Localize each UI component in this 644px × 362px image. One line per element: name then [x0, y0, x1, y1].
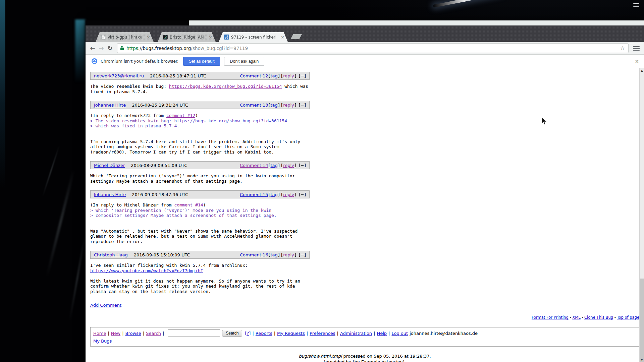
footer-link-new[interactable]: New: [111, 331, 120, 336]
comment-tag-link[interactable]: tag: [271, 192, 278, 197]
footer-link-search[interactable]: Search: [146, 331, 161, 336]
set-as-default-button[interactable]: Set as default: [183, 57, 220, 66]
bookmark-star-icon[interactable]: ☆: [620, 45, 626, 51]
comment-body-link[interactable]: comment #12: [166, 113, 195, 118]
action-link-clone-this-bug[interactable]: Clone This Bug: [584, 315, 613, 320]
scroll-up-arrow[interactable]: ▲: [640, 68, 644, 73]
action-link-format-for-printing[interactable]: Format For Printing: [532, 315, 569, 320]
reload-button[interactable]: ↻: [106, 44, 114, 53]
bracket: [: [268, 163, 270, 168]
comment-tag-link[interactable]: tag: [271, 163, 278, 168]
footer-link-browse[interactable]: Browse: [125, 331, 141, 336]
scrollbar-thumb[interactable]: [640, 279, 644, 362]
comment-tag-link[interactable]: tag: [271, 252, 278, 257]
comment-number-link[interactable]: Comment 16: [240, 252, 268, 257]
forward-button[interactable]: →: [97, 44, 106, 53]
new-tab-button[interactable]: [290, 34, 302, 39]
comment-number-link[interactable]: Comment 12: [240, 73, 268, 78]
search-help-link[interactable]: [?]: [245, 331, 251, 336]
comment-block: Johannes Hirte2016-09-03 18:47:36 UTCCom…: [90, 190, 310, 244]
browser-toolbar: ← → ↻ https://bugs.freedesktop.org/show_…: [86, 42, 644, 55]
action-link-top-of-page[interactable]: Top of page: [617, 315, 639, 320]
comment-header-right: Comment 13[tag] [reply] [−]: [239, 103, 306, 108]
comment-collapse-toggle[interactable]: [−]: [298, 252, 306, 257]
processed-footer: bug/show.html.tmpl processed on Sep 05, …: [90, 353, 639, 362]
tab-virtio-gpu[interactable]: virtio-gpu | kraxel's ne ×: [96, 32, 154, 42]
comment-reply-link[interactable]: reply: [283, 103, 294, 108]
comment-date: 2016-08-29 09:51:09 UTC: [131, 163, 187, 168]
comment-body: (In reply to Michel Dänzer from comment …: [90, 202, 310, 244]
comment-text-line: (radeon/r600). Tomorrow I can try if I c…: [90, 149, 310, 155]
footer-link-administration[interactable]: Administration: [340, 331, 372, 336]
add-comment-link[interactable]: Add Comment: [90, 303, 121, 308]
tab-close-icon[interactable]: ×: [280, 35, 285, 40]
comment-body-link[interactable]: https://www.youtube.com/watch?v=EnzI7dmj…: [90, 268, 203, 273]
tab-close-icon[interactable]: ×: [208, 35, 213, 40]
dont-ask-again-button[interactable]: Don't ask again: [224, 57, 264, 66]
comment-author-link[interactable]: Michel Dänzer: [94, 163, 125, 168]
comment-text: reproduce the error.: [90, 239, 143, 244]
comment-text-line: settings? Maybe attach a screenshot of t…: [90, 179, 310, 184]
comment-header-right: Comment 12[tag] [reply] [−]: [239, 73, 306, 78]
comment-reply-link[interactable]: reply: [283, 163, 294, 168]
comment-text: > Which 'Tearing prevention ("vsync")' m…: [90, 208, 271, 213]
comment-text-line: reproduce the error.: [90, 239, 310, 244]
page-scrollbar[interactable]: ▲ ▼: [639, 68, 644, 362]
comment-text: plasma can stay on the latest release ve…: [90, 289, 211, 294]
comment-text: ): [195, 113, 198, 118]
comment-collapse-toggle[interactable]: [−]: [298, 192, 306, 197]
comment-author-link[interactable]: network723@rkmail.ru: [94, 73, 144, 78]
wallpaper-streak: [46, 169, 75, 277]
comment-body-link[interactable]: https://bugs.kde.org/show_bug.cgi?id=361…: [174, 118, 287, 123]
comment-collapse-toggle[interactable]: [−]: [298, 163, 306, 168]
comment-body-link[interactable]: comment #14: [174, 202, 203, 207]
comment-reply-link[interactable]: reply: [283, 192, 294, 197]
comment-author-link[interactable]: Johannes Hirte: [94, 103, 126, 108]
comment-number-link[interactable]: Comment 14: [240, 163, 268, 168]
tab-bristol-ridge[interactable]: Bristol Ridge: AMD ve ×: [158, 32, 216, 42]
wallpaper-streak: [42, 145, 60, 196]
tab-close-icon[interactable]: ×: [146, 35, 151, 40]
back-button[interactable]: ←: [88, 44, 97, 53]
browser-menu-icon[interactable]: [633, 45, 640, 51]
bracket: ]: [278, 73, 281, 78]
footer-link-log-out[interactable]: Log out: [392, 331, 408, 336]
infobar-close-icon[interactable]: ×: [635, 58, 639, 65]
wallpaper-comet-streak: [433, 0, 503, 8]
comment-text-line: https://www.youtube.com/watch?v=EnzI7dmj…: [90, 268, 310, 274]
comment-author-link[interactable]: Johannes Hirte: [94, 192, 126, 197]
panel-menu-icon[interactable]: [633, 2, 640, 8]
scroll-down-arrow[interactable]: ▼: [640, 357, 644, 362]
action-link-xml[interactable]: XML: [572, 315, 580, 320]
comment-reply-link[interactable]: reply: [283, 73, 294, 78]
comment-date: 2016-08-25 19:31:24 UTC: [132, 103, 188, 108]
quick-search-button[interactable]: Search: [222, 330, 242, 337]
comment-tag-link[interactable]: tag: [271, 103, 278, 108]
comment-text: affecting amdgpu systems like Carrizo. I…: [90, 144, 279, 149]
footer-link-reports[interactable]: Reports: [256, 331, 272, 336]
footer-link-help[interactable]: Help: [377, 331, 387, 336]
comment-text: (In reply to Michel Dänzer from: [90, 202, 174, 207]
tab-bug-97119[interactable]: 97119 – screen flickeri ×: [219, 32, 288, 42]
default-browser-infobar: Chromium isn't your default browser. Set…: [86, 55, 644, 68]
footer-link-preferences[interactable]: Preferences: [310, 331, 335, 336]
quick-search-input[interactable]: [168, 329, 220, 337]
page-icon: [101, 35, 106, 40]
comment-text: fixed in plasma 5.7.4.: [90, 89, 148, 94]
comment-body-link[interactable]: https://bugs.kde.org/show_bug.cgi?id=361…: [169, 84, 282, 89]
comment-number-link[interactable]: Comment 15: [240, 192, 268, 197]
footer-link-home[interactable]: Home: [93, 331, 106, 336]
template-file-name: bug/show.html.tmpl: [299, 354, 342, 359]
comment-author-link[interactable]: Christoph Haag: [94, 252, 128, 257]
comment-reply-link[interactable]: reply: [283, 252, 294, 257]
comment-text: The video resembles kwin bug:: [90, 84, 169, 89]
comment-text-line: The video resembles kwin bug: https://bu…: [90, 84, 310, 89]
footer-link-my-requests[interactable]: My Requests: [277, 331, 305, 336]
comment-number-link[interactable]: Comment 13: [240, 103, 268, 108]
my-bugs-link[interactable]: My Bugs: [93, 339, 112, 344]
comment-tag-link[interactable]: tag: [271, 73, 278, 78]
comment-body: The video resembles kwin bug: https://bu…: [90, 84, 310, 94]
comment-collapse-toggle[interactable]: [−]: [298, 103, 306, 108]
comment-collapse-toggle[interactable]: [−]: [298, 73, 306, 78]
address-bar[interactable]: https://bugs.freedesktop.org/show_bug.cg…: [117, 43, 629, 53]
